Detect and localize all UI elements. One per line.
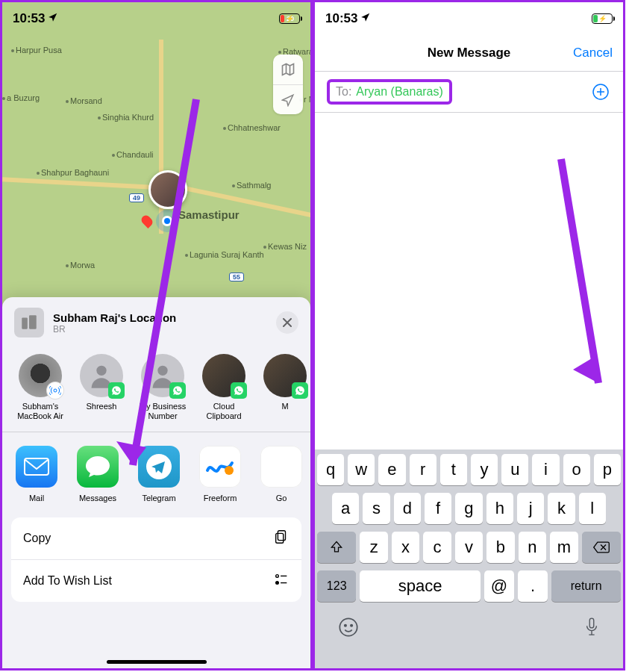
key-a[interactable]: a <box>332 493 359 524</box>
contact-m[interactable]: M <box>259 354 310 421</box>
sheet-subtitle: BR <box>53 324 176 335</box>
cancel-button[interactable]: Cancel <box>573 46 613 60</box>
app-freeform[interactable]: Freeform <box>198 446 242 503</box>
app-label: Go <box>259 494 304 503</box>
app-messages[interactable]: Messages <box>75 446 120 503</box>
key-x[interactable]: x <box>392 532 419 563</box>
status-bar: 10:53 21⚡ <box>315 2 623 35</box>
key-m[interactable]: m <box>550 532 578 563</box>
at-key[interactable]: @ <box>484 570 514 602</box>
locate-me-button[interactable] <box>273 84 303 114</box>
map-label[interactable]: Kewas Niz <box>263 242 307 251</box>
map-label[interactable]: Morsand <box>66 96 102 105</box>
key-w[interactable]: w <box>348 454 375 485</box>
key-l[interactable]: l <box>579 493 606 524</box>
key-q[interactable]: q <box>317 454 344 485</box>
app-go[interactable]: Go <box>259 446 304 503</box>
add-recipient-button[interactable] <box>590 81 611 102</box>
right-screenshot: 10:53 21⚡ New Message Cancel To: Aryan (… <box>313 0 625 671</box>
svg-rect-5 <box>29 315 37 329</box>
location-sheet-icon <box>14 308 44 337</box>
app-google-icon <box>260 446 302 488</box>
contact-name: Shreesh <box>75 402 128 411</box>
numbers-key[interactable]: 123 <box>317 570 356 602</box>
close-button[interactable] <box>276 311 298 334</box>
key-d[interactable]: d <box>394 493 421 524</box>
backspace-key[interactable] <box>582 532 621 563</box>
left-screenshot: Harpur PusaRatwaraa BuzurgMorsandSinghia… <box>0 0 313 671</box>
apps-row[interactable]: MailMessagesTelegramFreeformGo <box>2 432 310 510</box>
map-mode-button[interactable] <box>273 55 303 84</box>
map-label[interactable]: Singhia Khurd <box>98 113 154 122</box>
svg-rect-13 <box>276 534 284 544</box>
contacts-row[interactable]: Subham's MacBook AirShreeshMy Business N… <box>2 348 310 432</box>
contact-shreesh[interactable]: Shreesh <box>75 354 128 421</box>
status-time: 10:53 <box>13 11 58 26</box>
key-h[interactable]: h <box>486 493 513 524</box>
key-j[interactable]: j <box>517 493 544 524</box>
red-pin[interactable] <box>140 214 154 228</box>
app-messages-icon <box>77 446 119 488</box>
map-label[interactable]: a Buzurg <box>2 93 40 102</box>
svg-point-23 <box>339 618 357 635</box>
action-copy[interactable]: Copy <box>11 517 301 560</box>
app-label: Messages <box>75 494 120 503</box>
map-label[interactable]: Chandauli <box>112 150 154 159</box>
road-badge: 55 <box>229 273 244 281</box>
contact-subham-s-macbook-air[interactable]: Subham's MacBook Air <box>14 354 66 421</box>
shift-key[interactable] <box>317 532 356 563</box>
key-p[interactable]: p <box>594 454 621 485</box>
copy-icon <box>273 529 290 548</box>
svg-rect-9 <box>25 458 48 475</box>
svg-point-7 <box>96 366 106 376</box>
home-indicator[interactable] <box>107 660 207 664</box>
wishlist-icon <box>273 571 290 591</box>
whatsapp-badge-icon <box>231 382 247 399</box>
emoji-key[interactable] <box>338 617 359 643</box>
key-s[interactable]: s <box>363 493 389 524</box>
keyboard[interactable]: qwertyuiop asdfghjkl zxcvbnm 123 space @… <box>315 449 623 668</box>
key-r[interactable]: r <box>410 454 436 485</box>
key-o[interactable]: o <box>563 454 590 485</box>
location-services-icon <box>360 12 371 25</box>
map-label[interactable]: Morwa <box>66 261 95 270</box>
key-g[interactable]: g <box>455 493 482 524</box>
contact-name: M <box>259 402 310 411</box>
app-telegram[interactable]: Telegram <box>137 446 181 503</box>
key-n[interactable]: n <box>519 532 546 563</box>
sheet-title: Subham Raj's Location <box>53 311 176 324</box>
dot-key[interactable]: . <box>518 570 548 602</box>
key-f[interactable]: f <box>425 493 451 524</box>
key-e[interactable]: e <box>378 454 405 485</box>
contact-my-business-number[interactable]: My Business Number <box>137 354 189 421</box>
app-mail[interactable]: Mail <box>14 446 59 503</box>
key-k[interactable]: k <box>548 493 575 524</box>
svg-rect-26 <box>589 618 594 628</box>
recipient-value: Aryan (Banaras) <box>356 85 443 99</box>
map-label[interactable]: Samastipur <box>174 208 240 221</box>
map-label[interactable]: Harpur Pusa <box>11 46 62 55</box>
key-z[interactable]: z <box>360 532 387 563</box>
key-i[interactable]: i <box>532 454 559 485</box>
key-c[interactable]: c <box>423 532 451 563</box>
key-y[interactable]: y <box>471 454 498 485</box>
map-label[interactable]: Chhatneshwar <box>223 123 281 132</box>
map-label[interactable]: Lagunia Suraj Kanth <box>185 250 264 259</box>
key-u[interactable]: u <box>501 454 528 485</box>
map-label[interactable]: Sathmalg <box>232 181 271 190</box>
contact-avatar <box>80 354 123 397</box>
dictation-key[interactable] <box>583 617 600 643</box>
map-label[interactable]: Shahpur Baghauni <box>37 168 109 177</box>
recipient-row[interactable]: To: Aryan (Banaras) <box>315 72 623 113</box>
current-location-dot[interactable] <box>162 216 172 226</box>
svg-rect-4 <box>22 318 28 329</box>
key-b[interactable]: b <box>486 532 514 563</box>
contact-cloud-clipboard[interactable]: Cloud Clipboard <box>198 354 250 421</box>
key-t[interactable]: t <box>440 454 467 485</box>
return-key[interactable]: return <box>551 570 621 602</box>
action-wishlist[interactable]: Add To Wish List <box>11 560 301 602</box>
user-location-pin[interactable] <box>148 170 187 209</box>
key-v[interactable]: v <box>455 532 483 563</box>
space-key[interactable]: space <box>360 570 480 602</box>
actions-list: Copy Add To Wish List <box>11 517 301 602</box>
